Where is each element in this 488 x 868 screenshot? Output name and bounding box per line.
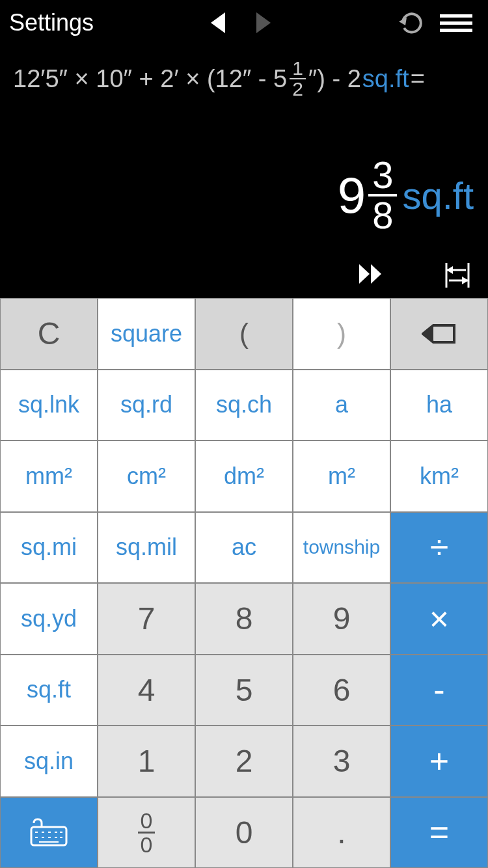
- svg-marker-5: [371, 264, 381, 284]
- key-6[interactable]: 6: [293, 655, 390, 726]
- key-ha[interactable]: ha: [390, 370, 488, 441]
- key-7[interactable]: 7: [98, 583, 195, 655]
- triangle-right-icon: [256, 12, 271, 33]
- key-sqin[interactable]: sq.in: [0, 726, 98, 797]
- key-left-paren[interactable]: (: [195, 298, 293, 370]
- display-area: 12′5″ × 10″ + 2′ × (12″ - 5 1 2 ″) - 2 s…: [0, 46, 488, 298]
- frac-icon-top: 0: [138, 809, 156, 834]
- settings-button[interactable]: Settings: [9, 9, 94, 36]
- key-0[interactable]: 0: [195, 797, 293, 869]
- calculator-app: Settings 12′5″ × 10″ + 2′ × (12″ - 5: [0, 0, 488, 868]
- frac-icon-bot: 0: [138, 834, 156, 856]
- key-cm2[interactable]: cm²: [98, 441, 195, 512]
- undo-button[interactable]: [388, 8, 433, 37]
- svg-marker-4: [359, 264, 370, 284]
- key-1[interactable]: 1: [98, 726, 195, 797]
- result-whole: 9: [338, 166, 366, 225]
- result-frac-num: 3: [368, 156, 397, 197]
- keyboard-icon: [30, 818, 68, 847]
- expr-unit: sq.ft: [362, 65, 409, 93]
- svg-rect-3: [440, 29, 472, 32]
- svg-rect-1: [440, 14, 472, 18]
- topbar: Settings: [0, 0, 488, 46]
- key-5[interactable]: 5: [195, 655, 293, 726]
- nav-right-button[interactable]: [241, 12, 286, 33]
- key-mm2[interactable]: mm²: [0, 441, 98, 512]
- key-sqch[interactable]: sq.ch: [195, 370, 293, 441]
- expr-fraction: 1 2: [290, 59, 306, 99]
- key-4[interactable]: 4: [98, 655, 195, 726]
- svg-marker-13: [423, 325, 433, 342]
- key-township[interactable]: township: [293, 512, 390, 584]
- key-divide[interactable]: ÷: [390, 512, 488, 584]
- key-equals[interactable]: =: [390, 797, 488, 869]
- key-km2[interactable]: km²: [390, 441, 488, 512]
- menu-button[interactable]: [433, 13, 479, 33]
- key-minus[interactable]: -: [390, 655, 488, 726]
- key-9[interactable]: 9: [293, 583, 390, 655]
- key-dm2[interactable]: dm²: [195, 441, 293, 512]
- expression: 12′5″ × 10″ + 2′ × (12″ - 5 1 2 ″) - 2 s…: [13, 59, 475, 99]
- key-multiply[interactable]: ×: [390, 583, 488, 655]
- expr-part1: 12′5″ × 10″ + 2′ × (12″ - 5: [13, 65, 287, 93]
- key-sqrd[interactable]: sq.rd: [98, 370, 195, 441]
- key-8[interactable]: 8: [195, 583, 293, 655]
- result: 9 3 8 sq.ft: [338, 156, 474, 234]
- undo-icon: [396, 8, 425, 37]
- expr-frac-num: 1: [290, 59, 306, 79]
- fraction-icon: 0 0: [138, 809, 156, 856]
- key-square[interactable]: square: [98, 298, 195, 370]
- key-right-paren[interactable]: ): [293, 298, 390, 370]
- result-frac-den: 8: [368, 197, 397, 234]
- key-a[interactable]: a: [293, 370, 390, 441]
- key-m2[interactable]: m²: [293, 441, 390, 512]
- key-ac[interactable]: ac: [195, 512, 293, 584]
- triangle-left-icon: [211, 12, 225, 33]
- key-sqmi[interactable]: sq.mi: [0, 512, 98, 584]
- result-unit: sq.ft: [402, 174, 474, 217]
- key-sqft[interactable]: sq.ft: [0, 655, 98, 726]
- expr-frac-den: 2: [290, 79, 306, 99]
- key-fraction[interactable]: 0 0: [98, 797, 195, 869]
- key-keyboard[interactable]: [0, 797, 98, 869]
- key-backspace[interactable]: [390, 298, 488, 370]
- fast-forward-button[interactable]: [358, 263, 384, 288]
- key-sqlnk[interactable]: sq.lnk: [0, 370, 98, 441]
- hamburger-icon: [440, 13, 472, 33]
- result-fraction: 3 8: [368, 156, 397, 234]
- svg-rect-2: [440, 21, 472, 25]
- nav-left-button[interactable]: [195, 12, 241, 33]
- swap-horizontal-icon: [442, 263, 472, 288]
- fast-forward-icon: [358, 263, 384, 285]
- expr-part2: ″) - 2: [308, 65, 361, 93]
- key-clear[interactable]: C: [0, 298, 98, 370]
- key-dot[interactable]: .: [293, 797, 390, 869]
- expr-part3: =: [411, 65, 425, 93]
- keypad: C square ( ) sq.lnk sq.rd sq.ch a ha mm²…: [0, 298, 488, 868]
- swap-button[interactable]: [442, 263, 472, 288]
- key-sqyd[interactable]: sq.yd: [0, 583, 98, 655]
- key-2[interactable]: 2: [195, 726, 293, 797]
- key-sqmil[interactable]: sq.mil: [98, 512, 195, 584]
- key-3[interactable]: 3: [293, 726, 390, 797]
- backspace-icon: [422, 323, 457, 345]
- key-plus[interactable]: +: [390, 726, 488, 797]
